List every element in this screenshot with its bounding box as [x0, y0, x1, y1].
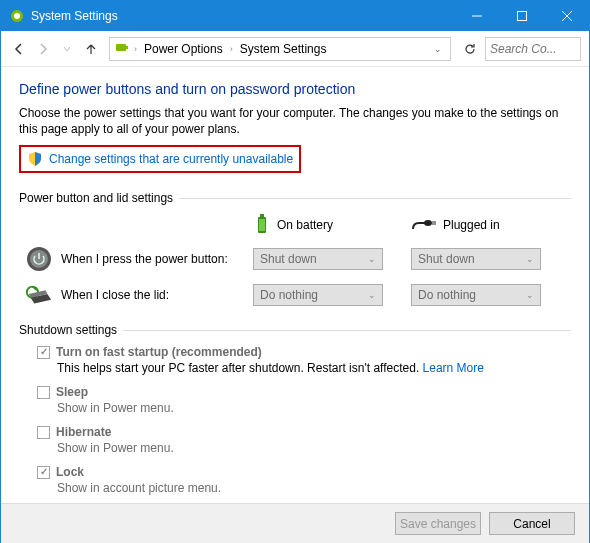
content-area: Define power buttons and turn on passwor… — [1, 67, 589, 513]
shutdown-options: Turn on fast startup (recommended) This … — [37, 345, 571, 495]
breadcrumb-power-options[interactable]: Power Options — [141, 42, 226, 56]
plug-icon — [411, 217, 437, 233]
maximize-button[interactable] — [499, 1, 544, 31]
power-button-plugged-select[interactable]: Shut down⌄ — [411, 248, 541, 270]
chevron-down-icon: ⌄ — [368, 254, 376, 264]
nav-toolbar: › Power Options › System Settings ⌄ — [1, 31, 589, 67]
chevron-down-icon: ⌄ — [526, 290, 534, 300]
close-button[interactable] — [544, 1, 589, 31]
sleep-checkbox[interactable] — [37, 386, 50, 399]
option-sleep: Sleep Show in Power menu. — [37, 385, 571, 415]
hibernate-checkbox[interactable] — [37, 426, 50, 439]
option-hibernate: Hibernate Show in Power menu. — [37, 425, 571, 455]
cancel-button[interactable]: Cancel — [489, 512, 575, 535]
forward-button[interactable] — [33, 39, 53, 59]
breadcrumb-system-settings[interactable]: System Settings — [237, 42, 330, 56]
back-button[interactable] — [9, 39, 29, 59]
page-description: Choose the power settings that you want … — [19, 105, 571, 137]
svg-rect-6 — [116, 44, 126, 51]
window-title: System Settings — [31, 9, 454, 23]
page-heading: Define power buttons and turn on passwor… — [19, 81, 571, 97]
fast-startup-desc: This helps start your PC faster after sh… — [57, 361, 571, 375]
col-plugged-in: Plugged in — [411, 217, 551, 233]
power-button-battery-select[interactable]: Shut down⌄ — [253, 248, 383, 270]
fast-startup-checkbox[interactable] — [37, 346, 50, 359]
sleep-desc: Show in Power menu. — [57, 401, 571, 415]
battery-icon — [253, 213, 271, 237]
refresh-button[interactable] — [459, 38, 481, 60]
option-lock: Lock Show in account picture menu. — [37, 465, 571, 495]
power-button-icon — [26, 246, 52, 272]
lock-checkbox[interactable] — [37, 466, 50, 479]
recent-dropdown[interactable] — [57, 39, 77, 59]
row-power-button: When I press the power button: — [25, 245, 235, 273]
svg-point-11 — [424, 220, 432, 226]
power-options-icon — [114, 41, 130, 57]
close-lid-plugged-select[interactable]: Do nothing⌄ — [411, 284, 541, 306]
col-on-battery: On battery — [253, 213, 393, 237]
shield-icon — [27, 151, 43, 167]
option-fast-startup: Turn on fast startup (recommended) This … — [37, 345, 571, 375]
svg-rect-7 — [126, 46, 128, 49]
svg-rect-10 — [259, 219, 265, 231]
app-icon — [9, 8, 25, 24]
change-settings-link[interactable]: Change settings that are currently unava… — [49, 152, 293, 166]
lock-desc: Show in account picture menu. — [57, 481, 571, 495]
chevron-down-icon: ⌄ — [368, 290, 376, 300]
up-button[interactable] — [81, 39, 101, 59]
svg-point-1 — [14, 13, 20, 19]
svg-rect-9 — [260, 214, 264, 217]
learn-more-link[interactable]: Learn More — [423, 361, 484, 375]
search-input[interactable] — [485, 37, 581, 61]
close-lid-battery-select[interactable]: Do nothing⌄ — [253, 284, 383, 306]
address-bar[interactable]: › Power Options › System Settings ⌄ — [109, 37, 451, 61]
address-dropdown-icon[interactable]: ⌄ — [430, 44, 446, 54]
chevron-right-icon: › — [228, 44, 235, 54]
save-button[interactable]: Save changes — [395, 512, 481, 535]
hibernate-desc: Show in Power menu. — [57, 441, 571, 455]
chevron-right-icon: › — [132, 44, 139, 54]
svg-rect-3 — [517, 12, 526, 21]
chevron-down-icon: ⌄ — [526, 254, 534, 264]
footer-bar: Save changes Cancel — [1, 503, 589, 543]
titlebar: System Settings — [1, 1, 589, 31]
minimize-button[interactable] — [454, 1, 499, 31]
power-grid: On battery Plugged in When I press the p… — [25, 213, 571, 309]
change-settings-highlight: Change settings that are currently unava… — [19, 145, 301, 173]
laptop-lid-icon — [25, 284, 53, 306]
section-power-button-lid: Power button and lid settings — [19, 191, 571, 205]
row-close-lid: When I close the lid: — [25, 281, 235, 309]
section-shutdown: Shutdown settings — [19, 323, 571, 337]
